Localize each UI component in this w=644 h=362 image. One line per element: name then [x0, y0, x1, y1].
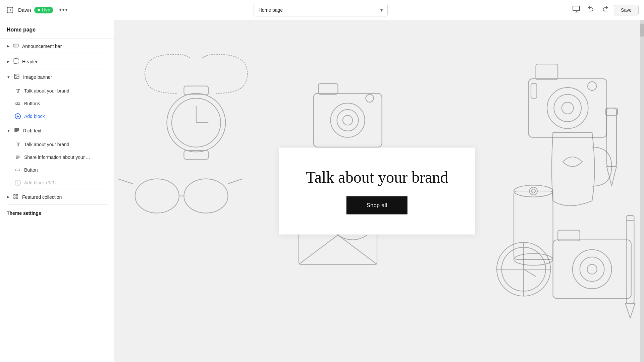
svg-rect-41	[536, 64, 558, 80]
expand-arrow-icon: ▶	[7, 195, 9, 199]
announcement-bar-label: Announcement bar	[22, 44, 62, 49]
svg-rect-61	[626, 216, 634, 303]
svg-point-34	[343, 115, 353, 125]
sidebar: Home page ▶ Announcement bar ▶	[0, 20, 114, 362]
sidebar-item-talk-brand-1[interactable]: Talk about your brand	[0, 84, 114, 97]
sidebar-title: Home page	[0, 20, 114, 39]
svg-point-42	[588, 82, 596, 90]
svg-rect-55	[607, 108, 616, 167]
buttons-label: Buttons	[24, 101, 40, 106]
svg-rect-35	[318, 83, 338, 94]
svg-point-26	[135, 179, 179, 213]
expand-arrow-icon: ▼	[7, 129, 10, 133]
header-label: Header	[22, 59, 38, 64]
page-selector[interactable]: Home page ▾	[254, 4, 388, 16]
topbar-left: Dawn Live •••	[5, 5, 71, 15]
back-icon[interactable]	[5, 5, 15, 15]
svg-rect-10	[18, 103, 20, 104]
redo-button[interactable]	[600, 4, 610, 16]
sidebar-content: ▶ Announcement bar ▶	[0, 39, 114, 362]
add-icon: +	[15, 113, 21, 119]
brand-headline: Talk about your brand	[306, 168, 448, 186]
expand-arrow-icon: ▶	[7, 44, 9, 48]
svg-point-38	[547, 87, 588, 128]
svg-point-36	[366, 94, 373, 102]
svg-rect-5	[13, 59, 18, 64]
preview-scrollbar[interactable]	[640, 20, 644, 362]
sidebar-item-share-info[interactable]: Share information about your ...	[0, 151, 114, 164]
add-disabled-icon: +	[15, 180, 21, 186]
svg-line-30	[228, 179, 243, 184]
featured-collection-label: Featured collection	[22, 194, 62, 200]
brand-card: Talk about your brand Shop all	[279, 148, 475, 235]
preview-scroll-thumb[interactable]	[640, 23, 644, 37]
text-icon	[15, 88, 21, 94]
sketch-background: Talk about your brand Shop all	[114, 20, 640, 362]
sidebar-item-header[interactable]: ▶ Header	[0, 54, 114, 69]
monitor-icon[interactable]	[570, 3, 582, 17]
live-badge: Live	[34, 7, 53, 13]
svg-line-29	[118, 179, 133, 184]
undo-button[interactable]	[586, 4, 596, 16]
rich-text-label: Rich text	[23, 128, 41, 133]
topbar-right: Save	[570, 3, 639, 17]
sidebar-item-featured-collection[interactable]: ▶ Featured collection	[0, 189, 114, 204]
svg-rect-43	[531, 83, 537, 98]
text-icon	[15, 141, 21, 147]
svg-point-51	[573, 250, 612, 289]
svg-point-39	[554, 94, 581, 122]
sidebar-item-add-block-1[interactable]: + Add block	[0, 110, 114, 123]
live-dot	[38, 9, 40, 11]
sidebar-item-image-banner[interactable]: ▼ Image banner	[0, 69, 114, 84]
svg-point-32	[331, 103, 365, 137]
announcement-icon	[13, 43, 19, 50]
svg-point-52	[580, 257, 604, 282]
sidebar-item-talk-brand-2[interactable]: Talk about your brand	[0, 138, 114, 151]
button-label: Button	[24, 167, 38, 173]
svg-point-33	[337, 110, 359, 131]
button-icon	[15, 167, 21, 173]
shop-all-button[interactable]: Shop all	[346, 196, 408, 215]
more-menu-button[interactable]: •••	[56, 5, 71, 15]
preview-wrapper: Talk about your brand Shop all	[114, 20, 644, 362]
expand-arrow-icon: ▶	[7, 59, 9, 64]
save-button[interactable]: Save	[614, 5, 639, 15]
svg-rect-50	[553, 240, 631, 299]
svg-rect-1	[573, 6, 580, 11]
list-icon	[15, 154, 21, 160]
sidebar-item-buttons[interactable]: Buttons	[0, 97, 114, 110]
topbar: Dawn Live ••• Home page ▾	[0, 0, 644, 20]
share-info-label: Share information about your ...	[24, 155, 90, 160]
theme-settings[interactable]: Theme settings	[0, 205, 114, 221]
featured-collection-icon	[13, 193, 19, 200]
brand-name: Dawn	[18, 7, 31, 13]
talk-brand-2-label: Talk about your brand	[24, 142, 69, 147]
add-block-1-label: Add block	[24, 114, 45, 119]
svg-rect-2	[13, 44, 18, 47]
rich-text-icon	[14, 127, 20, 134]
talk-brand-1-label: Talk about your brand	[24, 88, 69, 94]
buttons-icon	[15, 101, 21, 107]
chevron-down-icon: ▾	[380, 7, 383, 13]
sidebar-item-add-block-disabled: + Add block (3/3)	[0, 176, 114, 189]
add-block-disabled-label: Add block (3/3)	[24, 180, 56, 185]
image-banner-label: Image banner	[23, 74, 52, 80]
svg-rect-54	[558, 230, 580, 241]
svg-marker-62	[625, 303, 635, 318]
topbar-center: Home page ▾	[75, 4, 566, 16]
svg-rect-9	[16, 103, 17, 104]
sidebar-item-button[interactable]: Button	[0, 164, 114, 176]
image-banner-icon	[14, 73, 20, 80]
expand-arrow-icon: ▼	[7, 75, 10, 79]
preview-area: Talk about your brand Shop all	[114, 20, 640, 362]
sidebar-item-rich-text[interactable]: ▼ Rich text	[0, 123, 114, 138]
header-icon	[13, 58, 19, 65]
sidebar-item-announcement-bar[interactable]: ▶ Announcement bar	[0, 39, 114, 54]
svg-point-53	[587, 264, 597, 274]
main-area: Home page ▶ Announcement bar ▶	[0, 20, 644, 362]
svg-line-47	[524, 269, 536, 277]
svg-rect-19	[16, 169, 20, 171]
svg-point-40	[562, 102, 574, 114]
svg-point-8	[15, 75, 16, 76]
svg-point-27	[184, 179, 228, 213]
